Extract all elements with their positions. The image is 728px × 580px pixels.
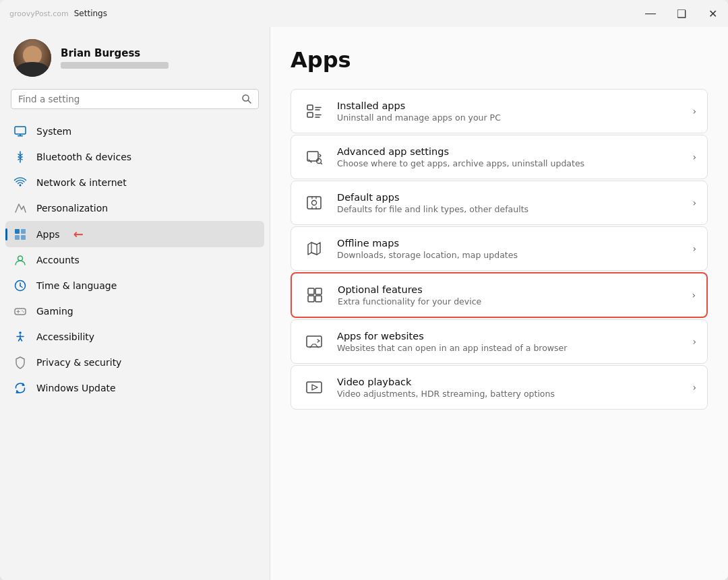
offline-maps-text: Offline maps Downloads, storage location… (337, 238, 681, 260)
video-playback-text: Video playback Video adjustments, HDR st… (337, 377, 681, 399)
svg-rect-33 (315, 288, 322, 294)
sidebar-item-apps[interactable]: Apps ← (5, 221, 264, 247)
sidebar-item-personalization[interactable]: Personalization (5, 195, 264, 221)
setting-item-default-apps[interactable]: Default apps Defaults for file and link … (291, 181, 708, 225)
user-profile: Brian Burgess (0, 27, 270, 89)
setting-item-optional-features[interactable]: Optional features Extra functionality fo… (291, 272, 708, 318)
sidebar-item-time[interactable]: Time & language (5, 273, 264, 298)
sidebar-item-bluetooth[interactable]: Bluetooth & devices (5, 144, 264, 170)
update-icon (13, 381, 27, 395)
accessibility-icon (13, 330, 27, 344)
setting-item-advanced-app-settings[interactable]: Advanced app settings Choose where to ge… (291, 135, 708, 179)
svg-point-19 (19, 331, 22, 334)
svg-rect-28 (307, 197, 321, 209)
privacy-icon (13, 356, 27, 369)
chevron-icon: › (692, 197, 696, 208)
sidebar-item-network[interactable]: Network & internet (5, 170, 264, 195)
apps-for-websites-title: Apps for websites (337, 331, 681, 342)
personalization-icon (13, 201, 27, 215)
window-controls: — ❑ ✕ (635, 0, 728, 27)
sidebar-item-label-accounts: Accounts (36, 255, 80, 265)
optional-features-desc: Extra functionality for your device (338, 296, 681, 307)
search-container (0, 89, 270, 116)
user-name: Brian Burgess (61, 47, 169, 59)
network-icon (13, 176, 27, 189)
svg-rect-34 (308, 296, 314, 302)
sidebar: Brian Burgess (0, 27, 270, 580)
setting-item-apps-for-websites[interactable]: Apps for websites Websites that can open… (291, 319, 708, 364)
search-box[interactable] (11, 89, 259, 109)
optional-features-text: Optional features Extra functionality fo… (338, 284, 681, 307)
advanced-app-settings-icon (302, 145, 326, 169)
optional-features-icon (303, 283, 327, 307)
installed-apps-title: Installed apps (337, 100, 681, 111)
svg-rect-8 (15, 235, 20, 240)
nav-items: System Bluetooth & devices Network & int… (0, 116, 270, 404)
apps-for-websites-desc: Websites that can open in an app instead… (337, 343, 681, 353)
svg-line-13 (20, 286, 22, 288)
video-playback-icon (302, 375, 326, 399)
bluetooth-icon (13, 150, 27, 164)
maximize-button[interactable]: ❑ (666, 0, 697, 27)
user-email-bar (61, 62, 169, 69)
sidebar-item-update[interactable]: Windows Update (5, 375, 264, 401)
svg-rect-7 (21, 229, 26, 234)
time-icon (13, 279, 27, 292)
installed-apps-desc: Uninstall and manage apps on your PC (337, 112, 681, 123)
sidebar-item-accessibility[interactable]: Accessibility (5, 324, 264, 350)
svg-rect-9 (21, 235, 26, 240)
watermark: groovyPost.com (9, 9, 69, 18)
sidebar-item-label-time: Time & language (36, 280, 117, 291)
active-arrow: ← (73, 227, 84, 241)
svg-rect-3 (18, 135, 23, 137)
installed-apps-text: Installed apps Uninstall and manage apps… (337, 100, 681, 123)
svg-point-10 (18, 256, 23, 261)
installed-apps-icon (302, 99, 326, 123)
window-title: Settings (74, 9, 107, 18)
chevron-icon: › (692, 382, 696, 393)
minimize-button[interactable]: — (635, 0, 666, 27)
setting-item-installed-apps[interactable]: Installed apps Uninstall and manage apps… (291, 89, 708, 133)
titlebar: groovyPost.com Settings — ❑ ✕ (0, 0, 728, 27)
gaming-icon (13, 304, 27, 318)
default-apps-icon (302, 191, 326, 215)
sidebar-item-label-accessibility: Accessibility (36, 331, 94, 342)
sidebar-item-system[interactable]: System (5, 119, 264, 144)
sidebar-item-accounts[interactable]: Accounts (5, 247, 264, 273)
default-apps-desc: Defaults for file and link types, other … (337, 204, 681, 214)
settings-list: Installed apps Uninstall and manage apps… (291, 89, 708, 410)
advanced-app-settings-text: Advanced app settings Choose where to ge… (337, 146, 681, 168)
video-playback-desc: Video adjustments, HDR streaming, batter… (337, 389, 681, 399)
video-playback-title: Video playback (337, 377, 681, 387)
advanced-app-settings-title: Advanced app settings (337, 146, 681, 157)
svg-point-29 (312, 201, 317, 205)
default-apps-title: Default apps (337, 192, 681, 203)
sidebar-item-gaming[interactable]: Gaming (5, 298, 264, 324)
apps-icon (13, 228, 27, 241)
settings-window: groovyPost.com Settings — ❑ ✕ Brian Burg… (0, 0, 728, 580)
default-apps-text: Default apps Defaults for file and link … (337, 192, 681, 214)
chevron-icon: › (692, 106, 696, 117)
close-button[interactable]: ✕ (697, 0, 728, 27)
sidebar-item-label-bluetooth: Bluetooth & devices (36, 152, 131, 162)
setting-item-video-playback[interactable]: Video playback Video adjustments, HDR st… (291, 365, 708, 410)
svg-rect-36 (307, 336, 322, 347)
search-icon (242, 94, 251, 104)
svg-point-18 (23, 311, 24, 313)
offline-maps-icon (302, 236, 326, 261)
chevron-icon: › (692, 290, 696, 300)
svg-rect-6 (15, 229, 20, 234)
search-input[interactable] (18, 94, 237, 104)
sidebar-item-label-network: Network & internet (36, 177, 127, 188)
svg-rect-2 (15, 127, 26, 134)
svg-rect-20 (307, 105, 313, 110)
sidebar-item-privacy[interactable]: Privacy & security (5, 350, 264, 375)
system-icon (13, 125, 27, 138)
accounts-icon (13, 253, 27, 267)
avatar-image (13, 39, 51, 77)
svg-point-17 (22, 311, 23, 312)
setting-item-offline-maps[interactable]: Offline maps Downloads, storage location… (291, 226, 708, 271)
optional-features-title: Optional features (338, 284, 681, 295)
svg-marker-38 (312, 385, 317, 390)
user-info: Brian Burgess (61, 47, 169, 69)
